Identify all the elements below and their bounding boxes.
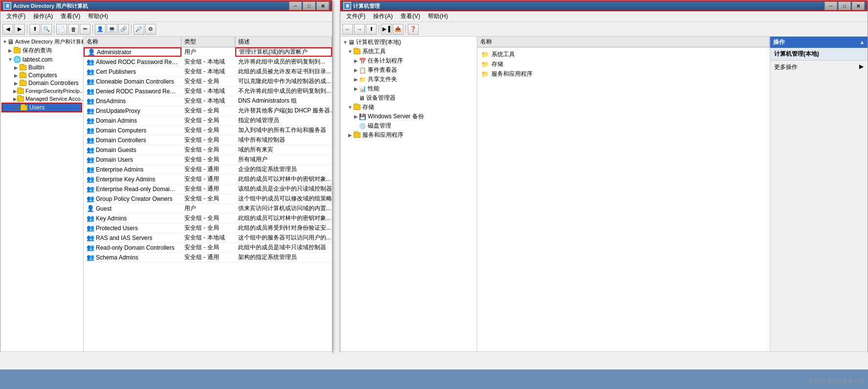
users-label: Users	[29, 104, 45, 111]
cm-tree-ws-backup[interactable]: ▶ 💾 Windows Server 备份	[341, 112, 476, 121]
ad-menu-action[interactable]: 操作(A)	[29, 11, 57, 22]
ad-list-row[interactable]: 👥Group Policy Creator Owners安全组 - 全局这个组中…	[84, 194, 332, 204]
more-actions-arrow: ▶	[859, 63, 864, 70]
ad-list-row[interactable]: 👥Denied RODC Password Repli...安全组 - 本地域不…	[84, 86, 332, 96]
ad-tree-root[interactable]: ▼ 🖥 Active Directory 用户和计算机	[1, 38, 82, 46]
cm-help-btn[interactable]: ❓	[408, 24, 419, 35]
ad-list-row[interactable]: 👥Domain Computers安全组 - 全局加入到域中的所有工作站和服务器	[84, 126, 332, 135]
ad-toolbar-btn-11[interactable]: 🔎	[134, 24, 144, 35]
close-button[interactable]: ✕	[316, 1, 329, 10]
ad-list-row[interactable]: 👥Read-only Domain Controllers安全组 - 全局此组中…	[84, 243, 332, 253]
ad-toolbar-btn-1[interactable]: ◀	[2, 24, 13, 35]
cm-menu-help[interactable]: 帮助(H)	[424, 11, 452, 22]
chevron-up-icon: ▲	[860, 40, 865, 45]
ad-list-row[interactable]: 👥RAS and IAS Servers安全组 - 本地域这个组中的服务器可以访…	[84, 233, 332, 243]
cm-tree-storage[interactable]: ▼ 存储	[341, 103, 476, 112]
cm-show-hide-btn[interactable]: ▶▐	[381, 24, 392, 35]
cm-menu-file[interactable]: 文件(F)	[342, 11, 369, 22]
cm-tree-services-apps[interactable]: ▶ 服务和应用程序	[341, 130, 476, 140]
ad-list-row[interactable]: 👥Domain Admins安全组 - 全局指定的域管理员	[84, 116, 332, 126]
cm-tree-device-manager[interactable]: 🖥 设备管理器	[341, 93, 476, 103]
cm-minimize-button[interactable]: ─	[824, 1, 837, 10]
cm-action-more[interactable]: 更多操作 ▶	[770, 62, 868, 73]
header-desc[interactable]: 描述	[235, 37, 332, 47]
cm-menu-action[interactable]: 操作(A)	[369, 11, 397, 22]
ad-tree-domain-controllers[interactable]: ▶ Domain Controllers	[1, 79, 82, 87]
cm-forward-btn[interactable]: →	[354, 24, 365, 35]
ad-list-row[interactable]: 👥Enterprise Read-only Domain ...安全组 - 通用…	[84, 184, 332, 194]
ad-list-row[interactable]: 👥Protected Users安全组 - 全局此组的成员将受到针对身份验证安.…	[84, 223, 332, 233]
maximize-button[interactable]: □	[303, 1, 315, 10]
cm-tree-event-viewer[interactable]: ▶ 📋 事件查看器	[341, 65, 476, 75]
ad-list-row[interactable]: 👥Key Admins安全组 - 全局此组的成员可以对林中的密钥对象...	[84, 214, 332, 223]
ad-tree-users[interactable]: ▶ Users	[1, 103, 82, 112]
ad-tree-computers[interactable]: ▶ Computers	[1, 71, 82, 79]
ad-list-body: 👤Administrator用户管理计算机(域)的内置帐户👥Allowed RO…	[84, 47, 332, 351]
cm-tree-shared-folders[interactable]: ▶ 📁 共享文件夹	[341, 75, 476, 84]
ad-toolbar-btn-6[interactable]: 🗑	[68, 24, 79, 35]
ad-list-row[interactable]: 👥Domain Controllers安全组 - 全局域中所有域控制器	[84, 135, 332, 145]
ad-toolbar-btn-7[interactable]: ✏	[80, 24, 90, 35]
cm-export-btn[interactable]: 📤	[393, 24, 403, 35]
ad-toolbar-btn-12[interactable]: ⚙	[145, 24, 156, 35]
cm-tree-system-tools[interactable]: ▼ 系统工具	[341, 47, 476, 56]
ad-window: 🖥 Active Directory 用户和计算机 ─ □ ✕ 文件(F) 操作…	[0, 0, 333, 352]
row-desc: 域中所有域控制器	[235, 135, 332, 145]
cm-window-icon: 🖥	[343, 2, 351, 10]
ad-list-row[interactable]: 👥DnsUpdateProxy安全组 - 全局允许替其他客户端(如 DHCP 服…	[84, 106, 332, 116]
ad-tree-managed-service[interactable]: ▶ Managed Service Acco...	[1, 95, 82, 103]
ad-toolbar-btn-3[interactable]: ⬆	[29, 24, 40, 35]
ad-list-row[interactable]: 👥Domain Guests安全组 - 全局域的所有来宾	[84, 145, 332, 155]
row-desc: 企业的指定系统管理员	[235, 165, 332, 174]
ad-toolbar-sep-4	[131, 25, 132, 34]
ad-list-row[interactable]: 👥Schema Admins安全组 - 通用架构的指定系统管理员	[84, 253, 332, 262]
row-type: 安全组 - 通用	[181, 184, 235, 194]
header-name[interactable]: 名称	[84, 37, 181, 47]
ad-list-row[interactable]: 👥DnsAdmins安全组 - 本地域DNS Administrators 组	[84, 96, 332, 106]
ad-toolbar-btn-4[interactable]: 🔍	[41, 24, 52, 35]
cm-close-button[interactable]: ✕	[852, 1, 865, 10]
cm-tree-task-scheduler[interactable]: ▶ 📅 任务计划程序	[341, 56, 476, 65]
cm-tree-performance[interactable]: ▶ 📊 性能	[341, 84, 476, 93]
ad-menu-view[interactable]: 查看(V)	[57, 11, 84, 22]
cm-tree-root[interactable]: ▼ 🖥 计算机管理(本地)	[341, 38, 476, 47]
ad-menu-file[interactable]: 文件(F)	[2, 11, 29, 22]
ad-tree-builtin[interactable]: ▶ Builtin	[1, 64, 82, 71]
ad-toolbar-btn-9[interactable]: 💻	[107, 24, 117, 35]
cm-item-storage[interactable]: 📁 存储	[479, 59, 768, 69]
ad-tree-foreign-security[interactable]: ▶ ForeignSecurityPrincip...	[1, 87, 82, 95]
header-type[interactable]: 类型	[181, 37, 235, 47]
row-desc: DNS Administrators 组	[235, 96, 332, 106]
cm-item-services-apps[interactable]: 📁 服务和应用程序	[479, 69, 768, 79]
ad-list-row[interactable]: 👤Administrator用户管理计算机(域)的内置帐户	[84, 47, 332, 57]
row-name: Key Admins	[96, 215, 127, 222]
row-desc: 供来宾访问计算机或访问域的内置...	[235, 204, 332, 213]
ad-list-row[interactable]: 👥Domain Users安全组 - 全局所有域用户	[84, 155, 332, 165]
ad-toolbar-btn-10[interactable]: 🔗	[118, 24, 129, 35]
ad-list-row[interactable]: 👥Allowed RODC Password Repl...安全组 - 本地域允…	[84, 57, 332, 67]
row-icon: 👥	[87, 195, 94, 202]
ad-toolbar-btn-8[interactable]: 👤	[95, 24, 106, 35]
ad-tree-domain[interactable]: ▼ 🌐 labtest.com	[1, 55, 82, 64]
ad-toolbar-sep-3	[92, 25, 93, 34]
cm-up-btn[interactable]: ⬆	[366, 24, 377, 35]
ad-toolbar-btn-5[interactable]: 📄	[56, 24, 67, 35]
ad-list-row[interactable]: 👥Enterprise Admins安全组 - 通用企业的指定系统管理员	[84, 165, 332, 174]
ad-tree-saved-queries[interactable]: ▶ 保存的查询	[1, 46, 82, 55]
watermark: CSDN @方先森有点咸	[810, 378, 864, 385]
minimize-button[interactable]: ─	[289, 1, 302, 10]
cm-item-system-tools[interactable]: 📁 系统工具	[479, 49, 768, 59]
ad-list-row[interactable]: 👥Enterprise Key Admins安全组 - 通用此组的成员可以对林中…	[84, 174, 332, 184]
cm-menu-view[interactable]: 查看(V)	[397, 11, 424, 22]
ad-list-row[interactable]: 👥Cloneable Domain Controllers安全组 - 全局可以克…	[84, 77, 332, 86]
cm-maximize-button[interactable]: □	[838, 1, 851, 10]
domain-icon: 🌐	[13, 56, 21, 63]
cm-header-name[interactable]: 名称	[477, 37, 770, 47]
ad-menu-help[interactable]: 帮助(H)	[84, 11, 112, 22]
ad-list-row[interactable]: 👥Cert Publishers安全组 - 本地域此组的成员被允许发布证书到目录…	[84, 67, 332, 77]
ad-toolbar-btn-2[interactable]: ▶	[14, 24, 25, 35]
row-name: Cert Publishers	[96, 68, 136, 75]
cm-back-btn[interactable]: ←	[342, 24, 353, 35]
ad-list-row[interactable]: 👤Guest用户供来宾访问计算机或访问域的内置...	[84, 204, 332, 214]
cm-tree-disk-management[interactable]: 💿 磁盘管理	[341, 121, 476, 130]
